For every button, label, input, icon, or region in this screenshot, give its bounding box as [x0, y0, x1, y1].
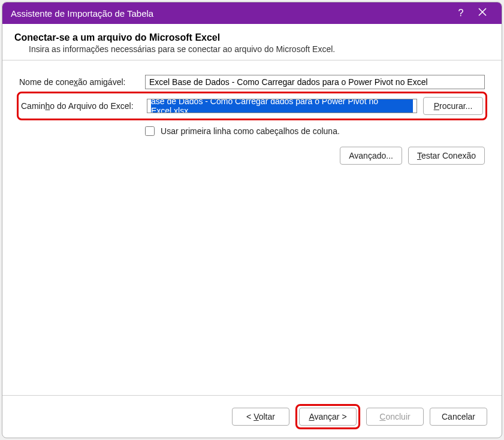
file-path-input[interactable]: ase de Dados - Como Carregar dados para … — [147, 99, 417, 113]
close-icon[interactable] — [472, 8, 493, 19]
first-row-headers-row: Usar primeira linha como cabeçalhos de c… — [145, 126, 485, 136]
page-title: Conectar-se a um arquivo do Microsoft Ex… — [14, 32, 485, 43]
friendly-name-input[interactable] — [145, 75, 485, 89]
connection-buttons: Avançado... Testar Conexão — [19, 147, 485, 165]
wizard-footer: < Voltar Avançar > Concluir Cancelar — [2, 396, 502, 438]
browse-button[interactable]: Procurar... — [423, 97, 483, 115]
friendly-name-row: Nome de conexão amigável: — [19, 75, 485, 89]
page-subtitle: Insira as informações necessárias para s… — [14, 44, 485, 54]
first-row-headers-checkbox[interactable] — [145, 126, 155, 136]
next-button[interactable]: Avançar > — [299, 408, 357, 426]
file-path-row-highlight: Caminho do Arquivo do Excel: ase de Dado… — [17, 92, 487, 120]
file-path-label: Caminho do Arquivo do Excel: — [21, 101, 147, 111]
wizard-header: Conectar-se a um arquivo do Microsoft Ex… — [2, 24, 502, 60]
next-button-highlight: Avançar > — [295, 404, 360, 429]
advanced-button[interactable]: Avançado... — [340, 147, 402, 165]
test-connection-button[interactable]: Testar Conexão — [408, 147, 485, 165]
finish-button: Concluir — [366, 408, 424, 426]
cancel-button[interactable]: Cancelar — [430, 408, 487, 426]
wizard-window: Assistente de Importação de Tabela ? Con… — [2, 2, 502, 438]
window-title: Assistente de Importação de Tabela — [11, 8, 450, 19]
first-row-headers-label: Usar primeira linha como cabeçalhos de c… — [161, 126, 340, 136]
wizard-content: Nome de conexão amigável: Caminho do Arq… — [2, 60, 502, 396]
friendly-name-label: Nome de conexão amigável: — [19, 77, 145, 87]
titlebar[interactable]: Assistente de Importação de Tabela ? — [2, 2, 502, 24]
help-icon[interactable]: ? — [450, 8, 472, 19]
back-button[interactable]: < Voltar — [232, 408, 289, 426]
